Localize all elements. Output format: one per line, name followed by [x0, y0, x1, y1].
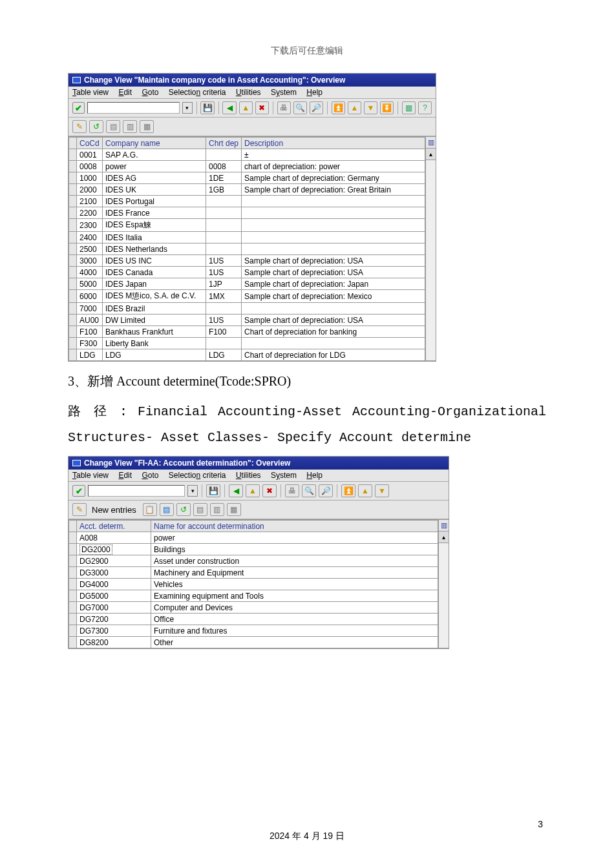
cell-chrt-dep[interactable] — [206, 207, 242, 219]
deselect-icon[interactable]: ▦ — [140, 120, 154, 133]
col-name[interactable]: Name for account determination — [151, 521, 438, 532]
cell-company-name[interactable]: Liberty Bank — [103, 338, 206, 349]
cell-cocd[interactable]: LDG — [77, 349, 103, 361]
row-select[interactable] — [69, 232, 77, 243]
cell-acct-determ[interactable]: A008 — [77, 532, 151, 544]
menu-help[interactable]: Help — [306, 88, 323, 97]
cell-cocd[interactable]: 0001 — [77, 149, 103, 161]
row-select[interactable] — [69, 349, 77, 361]
find-next-icon[interactable]: 🔎 — [319, 484, 333, 497]
table-row[interactable]: 7000IDES Brazil — [69, 303, 425, 315]
row-select[interactable] — [69, 219, 77, 232]
cell-name[interactable]: Asset under construction — [151, 555, 438, 567]
delete-icon[interactable]: ▤ — [160, 503, 174, 516]
menu-bar[interactable]: Table view Edit Goto Selection criteria … — [69, 470, 449, 482]
cell-company-name[interactable]: IDES Netherlands — [103, 243, 206, 255]
menu-system[interactable]: System — [271, 471, 297, 480]
menu-edit[interactable]: Edit — [118, 88, 132, 97]
back-icon[interactable]: ◀ — [222, 101, 236, 114]
find-next-icon[interactable]: 🔎 — [310, 101, 323, 114]
cell-description[interactable] — [242, 243, 425, 255]
cell-name[interactable]: Office — [151, 614, 438, 625]
row-select[interactable] — [69, 267, 77, 278]
ok-button[interactable]: ✔ — [72, 485, 85, 497]
table-row[interactable]: LDGLDGLDGChart of depreciation for LDG — [69, 349, 425, 361]
cell-name[interactable]: power — [151, 532, 438, 544]
table-row[interactable]: 0008power0008chart of depreciation: powe… — [69, 161, 425, 172]
cancel-icon[interactable]: ✖ — [255, 101, 269, 114]
row-select[interactable] — [69, 590, 77, 602]
cell-cocd[interactable]: 3000 — [77, 255, 103, 267]
cell-description[interactable]: Sample chart of depreciation: USA — [242, 255, 425, 267]
cell-acct-determ[interactable]: DG7000 — [77, 602, 151, 614]
cell-description[interactable] — [242, 303, 425, 315]
cell-name[interactable]: Computer and Devices — [151, 602, 438, 614]
cell-name[interactable]: Machinery and Equipment — [151, 567, 438, 579]
command-field[interactable] — [87, 102, 180, 114]
table-row[interactable]: DG7300Furniture and fixtures — [69, 625, 438, 637]
scroll-up-icon[interactable]: ▴ — [439, 532, 449, 543]
cell-cocd[interactable]: 4000 — [77, 267, 103, 278]
cell-cocd[interactable]: 2400 — [77, 232, 103, 243]
cell-chrt-dep[interactable]: 1US — [206, 315, 242, 326]
row-select[interactable] — [69, 172, 77, 184]
col-cocd[interactable]: CoCd — [77, 138, 103, 149]
cell-name[interactable]: Furniture and fixtures — [151, 625, 438, 637]
cell-company-name[interactable]: IDES Japan — [103, 278, 206, 290]
menu-goto[interactable]: Goto — [142, 471, 158, 480]
table-row[interactable]: 2300IDES Espa鰊 — [69, 219, 425, 232]
select-block-icon[interactable]: ▥ — [123, 120, 137, 133]
cell-company-name[interactable]: IDES Italia — [103, 232, 206, 243]
menu-bar[interactable]: TTable viewable view Edit Goto Selection… — [69, 87, 436, 99]
cell-description[interactable]: Chart of depreciation for banking — [242, 326, 425, 338]
prev-page-icon[interactable]: ▲ — [348, 101, 361, 114]
cell-description[interactable] — [242, 338, 425, 349]
print-icon[interactable]: 🖶 — [277, 101, 291, 114]
cell-company-name[interactable]: IDES AG — [103, 172, 206, 184]
table-row[interactable]: DG7200Office — [69, 614, 438, 625]
table-row[interactable]: 6000IDES M憄ico, S.A. de C.V.1MXSample ch… — [69, 290, 425, 303]
cell-acct-determ[interactable]: DG7300 — [77, 625, 151, 637]
menu-goto[interactable]: Goto — [142, 88, 158, 97]
select-block-icon[interactable]: ▥ — [210, 503, 224, 516]
save-icon[interactable]: 💾 — [206, 484, 220, 497]
table-row[interactable]: F300Liberty Bank — [69, 338, 425, 349]
cell-description[interactable] — [242, 196, 425, 207]
next-page-icon[interactable]: ▼ — [364, 101, 377, 114]
row-select[interactable] — [69, 207, 77, 219]
table-row[interactable]: 3000IDES US INC1USSample chart of deprec… — [69, 255, 425, 267]
row-select[interactable] — [69, 255, 77, 267]
undo-icon[interactable]: ↺ — [176, 503, 191, 516]
cell-acct-determ[interactable]: DG2000 — [77, 544, 151, 555]
cell-company-name[interactable]: IDES Canada — [103, 267, 206, 278]
col-description[interactable]: Description — [242, 138, 425, 149]
row-select[interactable] — [69, 149, 77, 161]
menu-table-view[interactable]: Table view — [72, 471, 109, 480]
cell-cocd[interactable]: 2000 — [77, 184, 103, 196]
select-all-icon[interactable]: ▤ — [106, 120, 120, 133]
cell-company-name[interactable]: IDES US INC — [103, 255, 206, 267]
cell-acct-determ[interactable]: DG2900 — [77, 555, 151, 567]
menu-system[interactable]: System — [271, 88, 297, 97]
col-company-name[interactable]: Company name — [103, 138, 206, 149]
cell-company-name[interactable]: IDES Brazil — [103, 303, 206, 315]
row-select[interactable] — [69, 161, 77, 172]
row-select[interactable] — [69, 532, 77, 544]
row-select[interactable] — [69, 196, 77, 207]
cell-company-name[interactable]: IDES UK — [103, 184, 206, 196]
cell-description[interactable] — [242, 219, 425, 232]
cell-chrt-dep[interactable]: 1JP — [206, 278, 242, 290]
cell-chrt-dep[interactable]: 1DE — [206, 172, 242, 184]
table-row[interactable]: DG8200Other — [69, 637, 438, 648]
cell-description[interactable]: chart of depreciation: power — [242, 161, 425, 172]
cell-cocd[interactable]: 1000 — [77, 172, 103, 184]
last-page-icon[interactable]: ⏬ — [380, 101, 394, 114]
cell-company-name[interactable]: Bankhaus Frankfurt — [103, 326, 206, 338]
cell-description[interactable]: Sample chart of depreciation: Germany — [242, 172, 425, 184]
menu-utilities[interactable]: Utilities — [236, 471, 261, 480]
pencil-icon[interactable]: ✎ — [72, 503, 87, 516]
menu-utilities[interactable]: Utilities — [236, 88, 261, 97]
cell-description[interactable]: Sample chart of depreciation: Great Brit… — [242, 184, 425, 196]
row-select[interactable] — [69, 184, 77, 196]
deselect-icon[interactable]: ▦ — [227, 503, 241, 516]
